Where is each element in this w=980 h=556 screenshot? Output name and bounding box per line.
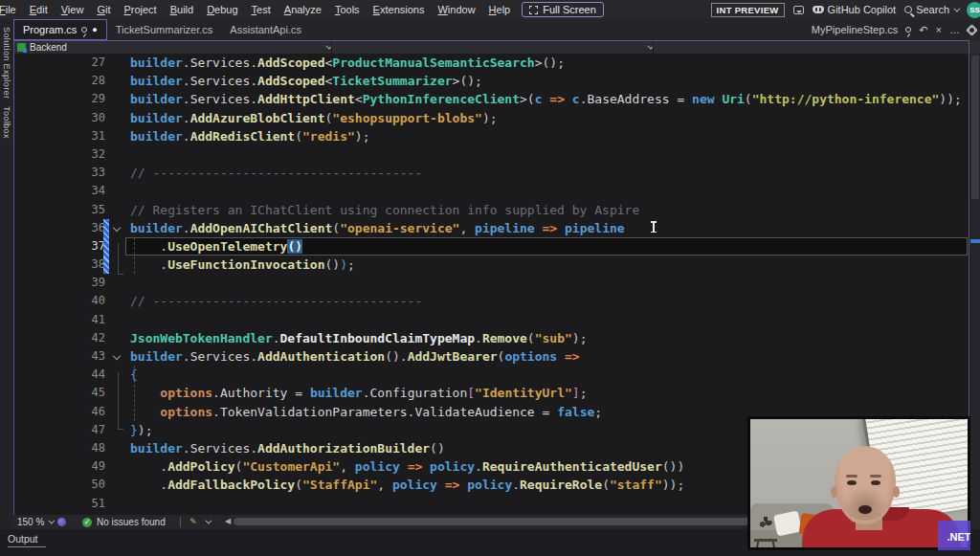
tab-output[interactable]: Output (8, 533, 38, 545)
code-text: // ------------------------------------ (130, 164, 422, 182)
code-line[interactable]: 45 options.Authority = builder.Configura… (13, 384, 970, 402)
line-number[interactable]: 42 (69, 329, 105, 347)
code-text: options.TokenValidationParameters.Valida… (130, 403, 602, 421)
gear-icon[interactable] (968, 26, 976, 34)
more-options-icon[interactable]: … (949, 24, 960, 35)
zoom-dropdown-chevron-icon[interactable] (48, 518, 55, 524)
project-dropdown[interactable]: Backend (13, 42, 67, 53)
line-number[interactable]: 34 (69, 182, 105, 200)
line-number[interactable]: 44 (69, 366, 105, 384)
tab-program-cs[interactable]: Program.cs● (13, 19, 107, 40)
line-number[interactable]: 32 (69, 145, 105, 164)
code-line[interactable]: 36builder.AddOpenAIChatClient("openai-se… (13, 219, 970, 237)
code-line[interactable]: 41 (13, 311, 970, 329)
menu-item-extensions[interactable]: Extensions (368, 2, 431, 17)
code-line[interactable]: 32 (13, 145, 970, 164)
code-line[interactable]: 27builder.Services.AddScoped<ProductManu… (13, 54, 970, 72)
code-line[interactable]: 34 (13, 182, 970, 200)
side-rail-toolbox[interactable]: Toolbox (2, 99, 11, 139)
line-number[interactable]: 31 (69, 127, 105, 145)
code-line[interactable]: 28builder.Services.AddScoped<TicketSumma… (13, 72, 970, 90)
full-screen-button[interactable]: Full Screen (522, 2, 604, 17)
line-number[interactable]: 27 (69, 54, 105, 72)
code-line[interactable]: 40// -----------------------------------… (13, 292, 970, 310)
vertical-scrollbar[interactable] (970, 54, 980, 515)
scrollbar-caret-marker (970, 239, 980, 243)
line-number[interactable]: 28 (69, 72, 105, 90)
code-line[interactable]: 35// Registers an IChatClient using conn… (13, 201, 970, 219)
copilot-label: GitHub Copilot (828, 4, 897, 15)
code-text: .UseOpenTelemetry() (130, 237, 302, 256)
line-number[interactable]: 40 (69, 292, 105, 310)
search-button[interactable]: Search (904, 4, 958, 15)
line-number[interactable]: 47 (69, 421, 105, 439)
menu-item-debug[interactable]: Debug (201, 2, 243, 17)
code-line[interactable]: 30builder.AddAzureBlobClient("eshopsuppo… (13, 109, 970, 127)
edit-mode-chevron-icon[interactable] (205, 518, 212, 524)
code-text: .UseFunctionInvocation()); (130, 256, 355, 274)
code-line[interactable]: 29builder.Services.AddHttpClient<PythonI… (13, 90, 970, 108)
pin-icon[interactable] (905, 27, 911, 33)
code-text: builder.AddAzureBlobClient("eshopsupport… (130, 109, 498, 127)
no-issues-check-icon: ✓ (82, 518, 92, 527)
presenter (750, 419, 968, 547)
line-number[interactable]: 39 (69, 274, 105, 292)
line-number[interactable]: 48 (69, 439, 105, 457)
code-line[interactable]: 37 .UseOpenTelemetry() (13, 237, 970, 256)
code-line[interactable]: 31builder.AddRedisClient("redis"); (13, 127, 970, 145)
line-number[interactable]: 45 (69, 384, 105, 402)
code-line[interactable]: 38 .UseFunctionInvocation()); (13, 256, 970, 274)
document-health-icon[interactable] (57, 518, 66, 526)
code-line[interactable]: 42JsonWebTokenHandler.DefaultInboundClai… (13, 329, 970, 347)
line-number[interactable]: 38 (69, 256, 105, 274)
webcam-room (750, 419, 968, 547)
issues-status[interactable]: No issues found (97, 517, 166, 527)
menu-item-project[interactable]: Project (118, 2, 162, 17)
right-tab-mypipelinestep[interactable]: MyPipelineStep.cs (812, 24, 899, 35)
line-number[interactable]: 35 (69, 201, 105, 219)
side-rail: Solution ExplorerToolbox (0, 19, 13, 556)
menu-item-build[interactable]: Build (165, 2, 199, 17)
close-icon[interactable]: × (936, 24, 942, 35)
line-number[interactable]: 43 (69, 347, 105, 366)
code-line[interactable]: 44{ (13, 366, 970, 384)
menu-item-git[interactable]: Git (91, 2, 116, 17)
side-rail-solution-explorer[interactable]: Solution Explorer (2, 19, 11, 99)
menu-item-view[interactable]: View (56, 2, 90, 17)
scroll-left-icon[interactable]: ◀ (225, 517, 231, 525)
menu-item-analyze[interactable]: Analyze (278, 2, 327, 17)
avatar[interactable]: SS (967, 2, 980, 18)
edit-mode-icon[interactable]: ✎ (189, 518, 199, 526)
code-line[interactable]: 33// -----------------------------------… (13, 164, 970, 182)
feedback-icon[interactable] (793, 6, 804, 14)
menu-item-window[interactable]: Window (432, 2, 480, 17)
tab-assistantapi-cs[interactable]: AssistantApi.cs (221, 19, 310, 40)
line-number[interactable]: 30 (69, 109, 105, 127)
line-number[interactable]: 51 (69, 495, 105, 513)
copilot-button[interactable]: GitHub Copilot (813, 4, 897, 15)
fold-chevron-icon[interactable] (113, 352, 121, 360)
line-number[interactable]: 29 (69, 90, 105, 108)
code-line[interactable]: 39 (13, 274, 970, 292)
line-number[interactable]: 46 (69, 403, 105, 421)
line-number[interactable]: 41 (69, 311, 105, 329)
undo-icon[interactable]: ↶ (919, 24, 927, 36)
horizontal-scrollbar-thumb[interactable] (234, 518, 771, 525)
code-line[interactable]: 43builder.Services.AddAuthentication().A… (13, 347, 970, 366)
line-number[interactable]: 50 (69, 476, 105, 494)
menu-item-file[interactable]: File (0, 2, 22, 17)
line-number[interactable]: 49 (69, 457, 105, 476)
scrollbar-thumb[interactable] (971, 56, 979, 199)
menu-item-tools[interactable]: Tools (329, 2, 366, 17)
fold-chevron-icon[interactable] (113, 223, 121, 231)
line-number[interactable]: 37 (69, 237, 105, 256)
line-number[interactable]: 33 (69, 164, 105, 182)
zoom-level[interactable]: 150 % (17, 517, 44, 527)
line-number[interactable]: 36 (69, 219, 105, 237)
change-tracking-bar (103, 219, 109, 275)
menu-item-test[interactable]: Test (246, 2, 277, 17)
menu-item-help[interactable]: Help (483, 2, 517, 17)
menu-item-edit[interactable]: Edit (24, 2, 54, 17)
tab-ticketsummarizer-cs[interactable]: TicketSummarizer.cs (107, 19, 222, 40)
pin-icon[interactable] (81, 27, 87, 33)
